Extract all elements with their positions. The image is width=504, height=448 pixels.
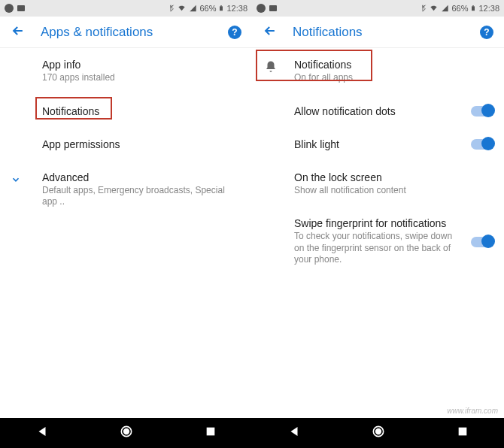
spotify-icon bbox=[257, 4, 266, 13]
help-icon[interactable]: ? bbox=[228, 26, 241, 39]
status-bar: 66% 12:38 bbox=[252, 0, 504, 17]
row-subtitle: 170 apps installed bbox=[42, 72, 241, 84]
row-app-info[interactable]: App info 170 apps installed bbox=[0, 48, 252, 95]
back-arrow-icon[interactable] bbox=[263, 23, 278, 41]
svg-point-5 bbox=[124, 429, 129, 434]
svg-rect-3 bbox=[220, 5, 222, 6]
svg-point-0 bbox=[5, 4, 14, 13]
watermark: www.ifram.com bbox=[447, 407, 498, 415]
row-subtitle: Show all notification content bbox=[294, 185, 493, 197]
row-subtitle: On for all apps bbox=[294, 72, 493, 84]
row-app-permissions[interactable]: App permissions bbox=[0, 128, 252, 161]
status-bar: 66% 12:38 bbox=[0, 0, 252, 17]
page-title: Apps & notifications bbox=[41, 25, 228, 40]
bluetooth-icon bbox=[167, 4, 175, 13]
row-title: Notifications bbox=[294, 59, 493, 71]
screen-apps-notifications: 66% 12:38 Apps & notifications ? App inf… bbox=[0, 0, 252, 448]
bluetooth-icon bbox=[419, 4, 427, 13]
screen-notifications: 66% 12:38 Notifications ? Notifications … bbox=[252, 0, 504, 448]
chevron-down-icon bbox=[11, 174, 21, 188]
toggle-switch[interactable] bbox=[471, 106, 493, 117]
battery-percent: 66% bbox=[451, 4, 468, 13]
nav-recent-icon[interactable] bbox=[457, 425, 469, 440]
svg-point-12 bbox=[376, 429, 381, 434]
nav-recent-icon[interactable] bbox=[205, 425, 217, 440]
photos-icon bbox=[269, 4, 278, 13]
wifi-icon bbox=[177, 5, 187, 12]
svg-rect-1 bbox=[17, 5, 25, 11]
app-header: Apps & notifications ? bbox=[0, 17, 252, 48]
battery-icon bbox=[470, 4, 476, 13]
svg-rect-9 bbox=[472, 6, 475, 11]
svg-rect-8 bbox=[269, 5, 277, 11]
wifi-icon bbox=[429, 5, 439, 12]
nav-back-icon[interactable] bbox=[35, 425, 49, 441]
row-subtitle: To check your notifications, swipe down … bbox=[294, 231, 460, 266]
row-title: Notifications bbox=[42, 105, 241, 117]
row-blink-light[interactable]: Blink light bbox=[252, 128, 504, 161]
signal-icon bbox=[189, 5, 197, 12]
row-title: Blink light bbox=[294, 138, 462, 150]
row-lock-screen[interactable]: On the lock screen Show all notification… bbox=[252, 161, 504, 207]
app-header: Notifications ? bbox=[252, 17, 504, 48]
svg-rect-10 bbox=[472, 5, 474, 6]
clock: 12:38 bbox=[226, 4, 247, 13]
nav-back-icon[interactable] bbox=[287, 425, 301, 441]
row-swipe-fingerprint[interactable]: Swipe fingerprint for notifications To c… bbox=[252, 207, 504, 277]
svg-rect-2 bbox=[220, 6, 223, 11]
signal-icon bbox=[441, 5, 449, 12]
row-notifications-header[interactable]: Notifications On for all apps bbox=[252, 48, 504, 95]
bell-icon bbox=[264, 60, 278, 77]
nav-home-icon[interactable] bbox=[371, 424, 386, 442]
navigation-bar bbox=[0, 418, 252, 448]
row-allow-dots[interactable]: Allow notification dots bbox=[252, 95, 504, 128]
clock: 12:38 bbox=[478, 4, 499, 13]
row-title: Swipe fingerprint for notifications bbox=[294, 217, 462, 229]
battery-percent: 66% bbox=[199, 4, 216, 13]
toggle-switch[interactable] bbox=[471, 237, 493, 247]
toggle-switch[interactable] bbox=[471, 139, 493, 150]
row-subtitle: Default apps, Emergency broadcasts, Spec… bbox=[42, 185, 241, 208]
svg-rect-6 bbox=[207, 428, 215, 436]
svg-rect-13 bbox=[459, 428, 467, 436]
page-title: Notifications bbox=[293, 25, 480, 40]
row-title: Allow notification dots bbox=[294, 105, 462, 117]
photos-icon bbox=[17, 4, 26, 13]
spotify-icon bbox=[5, 4, 14, 13]
row-title: Advanced bbox=[42, 171, 241, 183]
row-title: On the lock screen bbox=[294, 171, 493, 183]
row-title: App permissions bbox=[42, 138, 241, 150]
navigation-bar bbox=[252, 418, 504, 448]
row-advanced[interactable]: Advanced Default apps, Emergency broadca… bbox=[0, 161, 252, 219]
back-arrow-icon[interactable] bbox=[11, 23, 26, 41]
battery-icon bbox=[218, 4, 224, 13]
svg-point-7 bbox=[257, 4, 266, 13]
help-icon[interactable]: ? bbox=[480, 26, 493, 39]
row-notifications[interactable]: Notifications bbox=[0, 95, 252, 128]
row-title: App info bbox=[42, 59, 241, 71]
nav-home-icon[interactable] bbox=[119, 424, 134, 442]
